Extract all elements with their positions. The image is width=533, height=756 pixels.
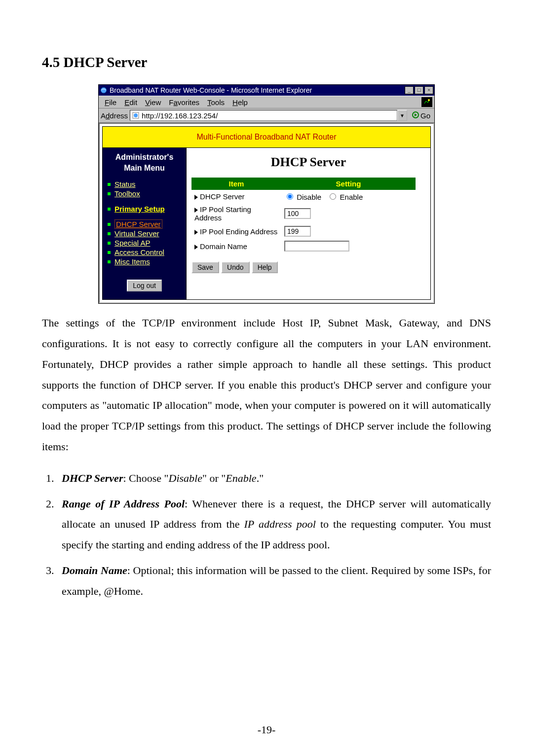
input-ip-start[interactable] (284, 208, 311, 219)
sidebar-item-access-control[interactable]: Access Control (108, 248, 181, 256)
bullet-icon (108, 192, 111, 195)
list-item: Domain Name: Optional; this information … (57, 560, 491, 602)
bullet-icon (108, 183, 111, 186)
sidebar-title: Administrator's Main Menu (108, 152, 181, 173)
ie-window: Broadband NAT Router Web-Console - Micro… (98, 84, 435, 304)
minimize-button[interactable]: _ (405, 86, 414, 94)
triangle-icon (194, 208, 198, 213)
address-input[interactable]: http://192.168.123.254/ (130, 110, 397, 121)
list-item: DHCP Server: Choose "Disable" or "Enable… (57, 468, 491, 489)
bullet-icon (108, 223, 111, 226)
save-button[interactable]: Save (191, 261, 219, 273)
numbered-list: DHCP Server: Choose "Disable" or "Enable… (42, 468, 491, 602)
sidebar-item-special-ap[interactable]: Special AP (108, 239, 181, 247)
sidebar-item-misc-items[interactable]: Misc Items (108, 257, 181, 266)
sidebar-item-dhcp-server[interactable]: DHCP Server (108, 220, 181, 228)
page-title: DHCP Server (191, 155, 425, 170)
main-panel: DHCP Server Item Setting DHCP Server Dis… (187, 148, 430, 299)
bullet-icon (108, 242, 111, 245)
sidebar: Administrator's Main Menu Status Toolbox… (103, 148, 187, 299)
svg-point-4 (134, 113, 138, 117)
radio-disable[interactable]: Disable (284, 193, 321, 201)
window-title: Broadband NAT Router Web-Console - Micro… (110, 86, 405, 94)
bullet-icon (108, 232, 111, 235)
ie-app-icon (100, 86, 108, 94)
menu-help[interactable]: Help (228, 98, 252, 107)
row-domain: Domain Name (191, 239, 416, 253)
svg-point-2 (428, 99, 430, 101)
go-icon (412, 111, 419, 120)
help-button[interactable]: Help (252, 261, 278, 273)
menu-favorites[interactable]: Favorites (165, 98, 203, 107)
label-dhcp-server: DHCP Server (200, 192, 245, 201)
throbber-icon (421, 97, 432, 107)
col-setting-header: Setting (281, 178, 416, 190)
list-item: Range of IP Address Pool: Whenever there… (57, 494, 491, 555)
menubar: File Edit View Favorites Tools Help (99, 96, 434, 108)
bullet-icon (108, 208, 111, 211)
radio-enable[interactable]: Enable (327, 193, 363, 201)
logout-button[interactable]: Log out (127, 280, 162, 291)
label-domain: Domain Name (200, 242, 247, 251)
sidebar-item-virtual-server[interactable]: Virtual Server (108, 229, 181, 238)
address-label: Address (101, 111, 130, 120)
undo-button[interactable]: Undo (221, 261, 249, 273)
settings-table: Item Setting DHCP Server Disable Enable (191, 178, 416, 253)
svg-point-0 (101, 87, 107, 93)
content-frame: Multi-Functional Broadband NAT Router Ad… (99, 123, 434, 303)
address-dropdown[interactable]: ▼ (397, 110, 407, 121)
input-domain[interactable] (284, 241, 349, 252)
go-button[interactable]: Go (410, 111, 432, 120)
intro-paragraph: The settings of the TCP/IP environment i… (42, 313, 491, 457)
menu-file[interactable]: File (101, 98, 120, 107)
go-label: Go (420, 111, 430, 120)
titlebar: Broadband NAT Router Web-Console - Micro… (99, 85, 434, 96)
sidebar-item-status[interactable]: Status (108, 180, 181, 188)
bullet-icon (108, 260, 111, 263)
triangle-icon (194, 195, 198, 200)
menu-tools[interactable]: Tools (203, 98, 228, 107)
address-value: http://192.168.123.254/ (142, 111, 218, 120)
label-ip-start: IP Pool Starting Address (194, 205, 251, 222)
triangle-icon (194, 245, 198, 250)
maximize-button[interactable]: □ (415, 86, 423, 94)
router-banner: Multi-Functional Broadband NAT Router (103, 127, 430, 148)
row-ip-end: IP Pool Ending Address (191, 224, 416, 239)
page-number: -19- (0, 723, 533, 736)
section-heading: 4.5 DHCP Server (42, 54, 491, 71)
input-ip-end[interactable] (284, 226, 311, 237)
ie-page-icon (132, 111, 140, 119)
bullet-icon (108, 251, 111, 254)
sidebar-item-primary-setup[interactable]: Primary Setup (108, 205, 181, 213)
label-ip-end: IP Pool Ending Address (200, 227, 277, 236)
close-button[interactable]: × (424, 86, 433, 94)
col-item-header: Item (191, 178, 281, 190)
menu-view[interactable]: View (141, 98, 165, 107)
addressbar: Address http://192.168.123.254/ ▼ Go (99, 108, 434, 123)
triangle-icon (194, 230, 198, 235)
row-ip-start: IP Pool Starting Address (191, 203, 416, 224)
router-box: Multi-Functional Broadband NAT Router Ad… (102, 126, 431, 300)
row-dhcp-server: DHCP Server Disable Enable (191, 190, 416, 203)
sidebar-item-toolbox[interactable]: Toolbox (108, 189, 181, 198)
menu-edit[interactable]: Edit (120, 98, 141, 107)
